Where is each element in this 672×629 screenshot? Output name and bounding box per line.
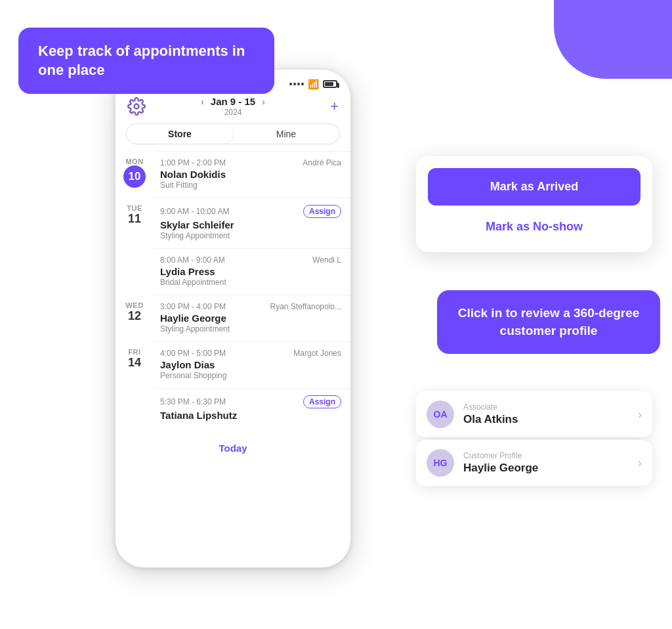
appt-type-haylie: Styling Appointment xyxy=(160,324,341,334)
day-name-tue: TUE xyxy=(127,204,142,212)
appt-name-nolan: Nolan Dokidis xyxy=(160,169,341,180)
assign-badge-skylar[interactable]: Assign xyxy=(303,205,341,218)
appt-time-row-lydia: 8:00 AM - 9:00 AM Wendi L xyxy=(160,255,341,265)
day-num-tue: 11 xyxy=(128,212,141,226)
tooltip-top: Keep track of appointments in one place xyxy=(18,28,274,94)
appt-type-jaylon: Personal Shopping xyxy=(160,371,341,380)
date-range-text: Jan 9 - 15 xyxy=(211,96,255,107)
signal-dots xyxy=(289,83,304,85)
next-week-chevron[interactable]: › xyxy=(262,97,265,107)
mark-noshow-button[interactable]: Mark as No-show xyxy=(428,213,640,240)
day-num-fri: 14 xyxy=(128,356,141,370)
date-navigation: ‹ Jan 9 - 15 › 2024 xyxy=(201,96,265,117)
appt-time-row-jaylon: 4:00 PM - 5:00 PM Margot Jones xyxy=(160,349,341,358)
prev-week-chevron[interactable]: ‹ xyxy=(201,97,204,107)
appt-associate-nolan: André Pica xyxy=(303,158,341,167)
dot1 xyxy=(289,83,292,85)
mark-arrived-button[interactable]: Mark as Arrived xyxy=(428,168,640,206)
day-group-mon: MON 10 1:00 PM - 2:00 PM André Pica Nola… xyxy=(116,151,350,196)
today-label: Today xyxy=(219,443,247,454)
avatar-ola: OA xyxy=(427,401,454,428)
profile-info-ola: Associate Ola Atkins xyxy=(463,402,638,426)
settings-icon[interactable] xyxy=(127,97,146,116)
appt-type-nolan: Suit Fitting xyxy=(160,181,341,190)
profile-name-haylie: Haylie George xyxy=(463,462,638,475)
dot4 xyxy=(301,83,304,85)
date-year: 2024 xyxy=(224,108,242,117)
appt-time-haylie: 3:00 PM - 4:00 PM xyxy=(160,302,226,311)
assign-badge-tatiana[interactable]: Assign xyxy=(303,395,341,408)
chevron-right-ola: › xyxy=(638,408,642,422)
tooltip-top-text: Keep track of appointments in one place xyxy=(38,43,245,78)
profile-name-ola: Ola Atkins xyxy=(463,413,638,426)
appt-time-row-haylie: 3:00 PM - 4:00 PM Ryan Steffanopolo... xyxy=(160,302,341,311)
avatar-haylie: HG xyxy=(427,449,454,477)
appt-card-haylie[interactable]: 3:00 PM - 4:00 PM Ryan Steffanopolo... H… xyxy=(154,295,350,340)
day-label-tue: TUE 11 xyxy=(116,198,154,247)
day-label-wed: WED 12 xyxy=(116,295,154,340)
day-name-fri: FRI xyxy=(128,348,140,356)
day-label-mon: MON 10 xyxy=(116,151,154,196)
profile-card-associate[interactable]: OA Associate Ola Atkins › xyxy=(416,391,652,437)
appt-card-tatiana[interactable]: 5:30 PM - 6:30 PM Assign Tatiana Lipshut… xyxy=(154,388,350,428)
battery-icon xyxy=(323,80,337,88)
day-name-mon: MON xyxy=(125,158,143,165)
tab-store[interactable]: Store xyxy=(127,124,233,144)
appt-associate-haylie: Ryan Steffanopolo... xyxy=(270,302,341,311)
chevron-right-haylie: › xyxy=(638,456,642,470)
appt-time-row-tatiana: 5:30 PM - 6:30 PM Assign xyxy=(160,395,341,408)
profile-card-customer[interactable]: HG Customer Profile Haylie George › xyxy=(416,440,652,486)
day-label-tatiana xyxy=(116,388,154,428)
appt-time-skylar: 9:00 AM - 10:00 AM xyxy=(160,207,229,216)
appt-time-row-nolan: 1:00 PM - 2:00 PM André Pica xyxy=(160,158,341,167)
appt-card-nolan[interactable]: 1:00 PM - 2:00 PM André Pica Nolan Dokid… xyxy=(154,151,350,196)
add-appointment-button[interactable]: + xyxy=(330,98,339,115)
appointment-list: MON 10 1:00 PM - 2:00 PM André Pica Nola… xyxy=(116,151,350,436)
day-num-wed: 12 xyxy=(128,309,141,323)
day-group-lydia: 8:00 AM - 9:00 AM Wendi L Lydia Press Br… xyxy=(116,248,350,293)
day-label-fri: FRI 14 xyxy=(116,341,154,387)
day-group-tatiana: 5:30 PM - 6:30 PM Assign Tatiana Lipshut… xyxy=(116,388,350,428)
profile-role-haylie: Customer Profile xyxy=(463,451,638,460)
view-toggle: Store Mine xyxy=(126,123,340,144)
appt-card-skylar[interactable]: 9:00 AM - 10:00 AM Assign Skylar Schleif… xyxy=(154,198,350,247)
appt-name-lydia: Lydia Press xyxy=(160,266,341,277)
appt-card-lydia[interactable]: 8:00 AM - 9:00 AM Wendi L Lydia Press Br… xyxy=(154,248,350,293)
day-group-tue: TUE 11 9:00 AM - 10:00 AM Assign Skylar … xyxy=(116,198,350,247)
profile-info-haylie: Customer Profile Haylie George xyxy=(463,451,638,475)
appt-type-lydia: Bridal Appointment xyxy=(160,278,341,287)
phone-mockup: 📶 ‹ Jan 9 - 15 › 2024 + Store Mine xyxy=(115,69,351,568)
day-group-fri: FRI 14 4:00 PM - 5:00 PM Margot Jones Ja… xyxy=(116,341,350,387)
wifi-icon: 📶 xyxy=(308,79,319,89)
tooltip-mid: Click in to review a 360-degree customer… xyxy=(437,290,660,354)
dot3 xyxy=(297,83,300,85)
appt-time-tatiana: 5:30 PM - 6:30 PM xyxy=(160,397,226,406)
appt-associate-jaylon: Margot Jones xyxy=(293,349,341,358)
day-num-mon: 10 xyxy=(123,165,146,188)
phone-header: ‹ Jan 9 - 15 › 2024 + xyxy=(116,93,350,123)
appt-card-jaylon[interactable]: 4:00 PM - 5:00 PM Margot Jones Jaylon Di… xyxy=(154,341,350,387)
day-group-wed: WED 12 3:00 PM - 4:00 PM Ryan Steffanopo… xyxy=(116,295,350,340)
appt-type-skylar: Styling Appointment xyxy=(160,231,341,240)
appt-associate-lydia: Wendi L xyxy=(312,255,341,265)
appt-name-haylie: Haylie George xyxy=(160,313,341,324)
tooltip-mid-text: Click in to review a 360-degree customer… xyxy=(458,306,640,337)
dot2 xyxy=(293,83,296,85)
day-label-lydia xyxy=(116,248,154,293)
appt-name-skylar: Skylar Schleifer xyxy=(160,219,341,230)
date-range: ‹ Jan 9 - 15 › xyxy=(201,96,265,107)
appt-time-nolan: 1:00 PM - 2:00 PM xyxy=(160,158,226,167)
svg-point-0 xyxy=(135,104,139,109)
tab-mine[interactable]: Mine xyxy=(233,124,339,144)
appt-time-lydia: 8:00 AM - 9:00 AM xyxy=(160,255,225,265)
today-button[interactable]: Today xyxy=(116,436,350,461)
day-name-wed: WED xyxy=(125,301,143,309)
appt-time-row-skylar: 9:00 AM - 10:00 AM Assign xyxy=(160,205,341,218)
appt-name-jaylon: Jaylon Dias xyxy=(160,359,341,370)
action-card: Mark as Arrived Mark as No-show xyxy=(416,156,652,252)
appt-time-jaylon: 4:00 PM - 5:00 PM xyxy=(160,349,226,358)
battery-fill xyxy=(325,82,333,86)
profile-role-ola: Associate xyxy=(463,402,638,412)
appt-name-tatiana: Tatiana Lipshutz xyxy=(160,410,341,421)
accent-blob xyxy=(554,0,672,79)
